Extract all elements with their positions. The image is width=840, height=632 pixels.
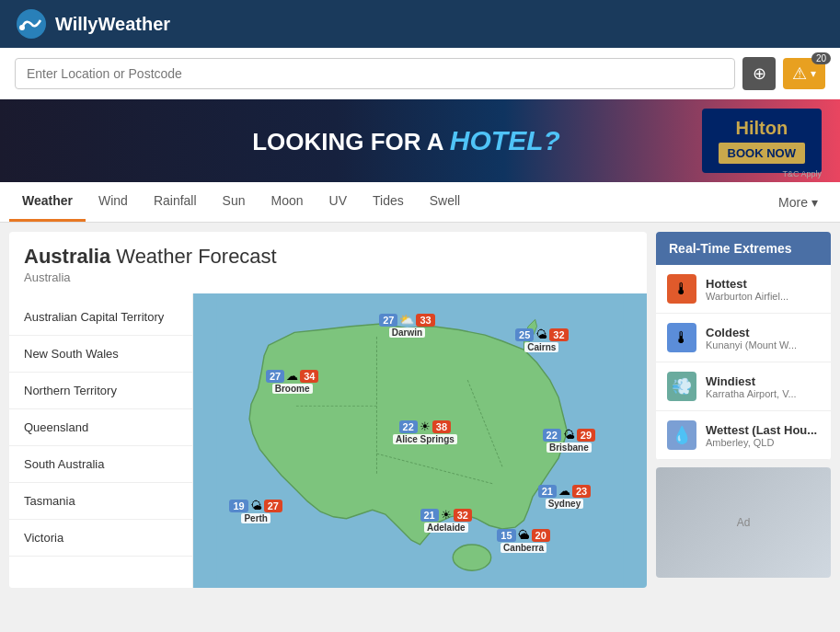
ad-text: LOOKING FOR A (252, 128, 450, 155)
nav-tabs: Weather Wind Rainfall Sun Moon UV Tides … (0, 182, 840, 223)
ad-label: Ad (737, 516, 751, 529)
region-act[interactable]: Australian Capital Territory (9, 299, 192, 336)
ad-banner: LOOKING FOR A hotel? Hilton BOOK NOW T&C… (0, 99, 840, 182)
page-title-rest: Weather Forecast (110, 245, 277, 268)
location-button[interactable]: ⊕ (742, 57, 776, 90)
extreme-windiest: 💨 Windiest Karratha Airport, V... (656, 362, 831, 411)
tab-uv[interactable]: UV (316, 182, 360, 222)
page-title-bold: Australia (24, 245, 110, 268)
wettest-label: Wettest (Last Hou... (706, 423, 817, 437)
book-now-button[interactable]: BOOK NOW (719, 143, 805, 164)
wettest-location: Amberley, QLD (706, 437, 817, 448)
svg-point-3 (453, 545, 490, 570)
region-qld[interactable]: Queensland (9, 409, 192, 446)
wettest-icon: 💧 (667, 420, 696, 450)
marker-broome: 27 ☁ 34 Broome (266, 370, 319, 394)
tab-sun[interactable]: Sun (210, 182, 259, 222)
tab-moon[interactable]: Moon (259, 182, 316, 222)
marker-darwin: 27 ⛅ 33 Darwin (379, 314, 435, 338)
marker-brisbane: 22 🌤 29 Brisbane (543, 429, 596, 453)
region-nsw[interactable]: New South Wales (9, 336, 192, 373)
side-ad: Ad (656, 467, 831, 578)
svg-point-1 (19, 25, 25, 30)
windiest-location: Karratha Airport, V... (706, 388, 797, 399)
coldest-icon: 🌡 (667, 323, 696, 352)
coldest-label: Coldest (706, 326, 797, 339)
windiest-icon: 💨 (667, 372, 696, 401)
ad-hilton-box: Hilton BOOK NOW (702, 109, 822, 173)
main-content: Australia Weather Forecast Australia Aus… (0, 223, 840, 597)
page-subtitle: Australia (24, 270, 632, 284)
extremes-card: Real-Time Extremes 🌡 Hottest Warburton A… (656, 232, 831, 460)
marker-perth: 19 🌤 27 Perth (229, 500, 282, 523)
logo-icon (15, 7, 48, 40)
tab-weather[interactable]: Weather (9, 182, 86, 222)
hilton-logo: Hilton (719, 118, 805, 139)
region-nt[interactable]: Northern Territory (9, 373, 192, 409)
marker-adelaide: 21 ☀ 32 Adelaide (420, 509, 473, 533)
map-and-sidebar: Australian Capital Territory New South W… (9, 293, 647, 588)
marker-sydney: 21 ☁ 23 Sydney (538, 485, 592, 509)
search-input[interactable] (15, 58, 735, 89)
right-panel: Real-Time Extremes 🌡 Hottest Warburton A… (656, 232, 831, 588)
header: WillyWeather (0, 0, 840, 48)
side-ad-content: Ad (656, 467, 831, 578)
coldest-location: Kunanyi (Mount W... (706, 339, 797, 350)
alert-button[interactable]: 20 ⚠ ▾ (783, 58, 825, 89)
target-icon: ⊕ (753, 63, 766, 84)
page-title: Australia Weather Forecast (24, 245, 632, 269)
alert-dropdown-icon: ▾ (811, 67, 816, 80)
ad-tc: T&C Apply (782, 169, 822, 178)
more-button[interactable]: More ▾ (765, 184, 831, 221)
search-bar: ⊕ 20 ⚠ ▾ (0, 48, 840, 99)
marker-alice-springs: 22 ☀ 38 Alice Springs (393, 420, 457, 444)
marker-cairns: 25 🌤 32 Cairns (515, 328, 569, 352)
hottest-label: Hottest (706, 277, 788, 291)
alert-icon: ⚠ (792, 63, 807, 84)
marker-canberra: 15 🌥 20 Canberra (497, 529, 550, 553)
tab-rainfall[interactable]: Rainfall (141, 182, 210, 222)
region-sidebar: Australian Capital Territory New South W… (9, 293, 193, 588)
ad-hotel-word: hotel? (450, 125, 560, 155)
region-tas[interactable]: Tasmania (9, 483, 192, 520)
extreme-wettest: 💧 Wettest (Last Hou... Amberley, QLD (656, 411, 831, 460)
extreme-hottest: 🌡 Hottest Warburton Airfiel... (656, 265, 831, 314)
hottest-location: Warburton Airfiel... (706, 291, 788, 302)
windiest-label: Windiest (706, 374, 797, 388)
logo-text: WillyWeather (55, 14, 170, 35)
extreme-coldest: 🌡 Coldest Kunanyi (Mount W... (656, 314, 831, 362)
left-panel: Australia Weather Forecast Australia Aus… (9, 232, 647, 588)
page-title-section: Australia Weather Forecast Australia (9, 232, 647, 293)
map-area: 27 ⛅ 33 Darwin 25 🌤 32 Cairns (193, 293, 647, 588)
alert-badge: 20 (811, 52, 831, 64)
region-sa[interactable]: South Australia (9, 446, 192, 483)
tab-tides[interactable]: Tides (360, 182, 417, 222)
chevron-down-icon: ▾ (811, 195, 818, 210)
region-vic[interactable]: Victoria (9, 520, 192, 557)
logo-area: WillyWeather (15, 7, 170, 40)
extremes-title: Real-Time Extremes (656, 232, 831, 265)
tab-swell[interactable]: Swell (417, 182, 473, 222)
tab-wind[interactable]: Wind (86, 182, 141, 222)
hottest-icon: 🌡 (667, 274, 696, 304)
